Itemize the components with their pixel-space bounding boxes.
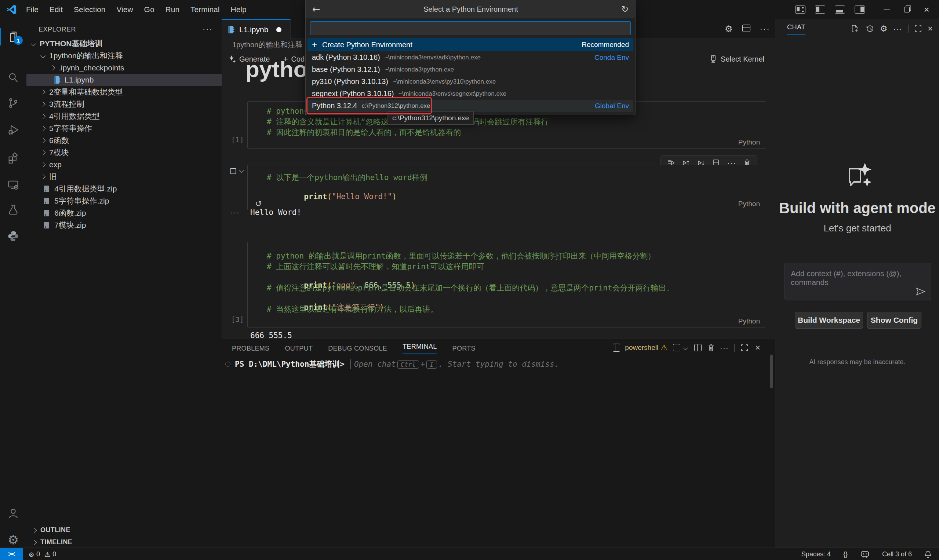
cell-language-label[interactable]: Python [738,200,760,208]
tree-item-old[interactable]: 旧 [26,171,222,183]
quick-pick-item-adk[interactable]: adk (Python 3.10.16) ~\miniconda3\envs\a… [307,51,633,63]
tree-item-folder4[interactable]: 4引用数据类型 [26,110,222,122]
indentation-status[interactable]: Spaces: 4 [802,551,831,558]
restore-button[interactable] [899,2,914,17]
tree-item-folder6[interactable]: 6函数 [26,134,222,146]
menu-view[interactable]: View [111,0,138,19]
copilot-icon[interactable] [860,550,870,558]
tab-problems[interactable]: PROBLEMS [232,345,269,352]
close-window-button[interactable]: × [919,2,934,17]
tree-item-folder5[interactable]: 5字符串操作 [26,122,222,134]
extensions-activity-icon[interactable] [0,147,26,169]
terminal-content[interactable]: PS D:\DML\Python基础培训> Open chatCtrl+I. S… [225,359,559,369]
split-terminal-icon[interactable] [671,342,683,354]
kill-terminal-icon[interactable] [705,342,717,354]
editor-gear-icon[interactable]: ⚙ [725,24,733,34]
cell-checkbox[interactable]: □ [230,166,237,175]
tree-item-zip7[interactable]: 7模块.zip [26,219,222,231]
notifications-bell-icon[interactable] [924,550,932,558]
tree-item-folder1[interactable]: 1python的输出和注释 [26,49,222,62]
source-control-activity-icon[interactable] [0,92,26,114]
notebook-cell-2[interactable]: # 以下是一个python输出的hello word样例 print("Hell… [247,165,766,210]
menu-edit[interactable]: Edit [44,0,68,19]
shell-name[interactable]: powershell [625,344,658,352]
tree-item-zip4[interactable]: 4引用数据类型.zip [26,183,222,195]
tree-item-folder2[interactable]: 2变量和基础数据类型 [26,86,222,98]
explorer-more-actions-icon[interactable]: ··· [202,25,213,34]
back-icon[interactable]: ← [312,4,320,15]
outline-section[interactable]: OUTLINE [26,524,222,536]
terminal-dropdown-icon[interactable] [683,345,688,350]
dirty-indicator-icon[interactable] [276,27,281,32]
panel-more-actions-icon[interactable]: ··· [718,342,731,354]
chat-input[interactable]: Add context (#), extensions (@), command… [785,263,931,300]
tree-item-folder3[interactable]: 3流程控制 [26,98,222,110]
quick-pick-item-base[interactable]: base (Python 3.12.1) ~\miniconda3\python… [307,63,633,75]
cell-position-status[interactable]: Cell 3 of 6 [882,551,912,558]
split-editor-icon[interactable] [742,25,750,33]
breadcrumb-item[interactable]: 1python的输出和注释 [232,40,302,50]
toggle-secondary-sidebar-icon[interactable] [853,2,867,17]
cell-history-icon[interactable]: ↺ [255,199,262,208]
tree-item-zip5[interactable]: 5字符串操作.zip [26,195,222,207]
build-workspace-button[interactable]: Build Workspace [795,312,863,329]
toggle-panel-icon[interactable] [833,2,847,17]
cell-collapse-icon[interactable] [239,168,244,173]
select-kernel-button[interactable]: Select Kernel [710,53,764,65]
terminal-columns-icon[interactable] [692,342,704,354]
accounts-icon[interactable] [0,502,26,525]
warning-icon[interactable]: ⚠ [660,343,668,352]
tab-l1-ipynb[interactable]: L1.ipynb [222,19,291,39]
maximize-panel-icon[interactable] [738,342,751,354]
menu-go[interactable]: Go [139,0,160,19]
menu-file[interactable]: File [20,0,44,19]
quick-pick-item-create[interactable]: + Create Python Environment Recommended [307,38,633,51]
cell-language-label[interactable]: Python [738,138,760,146]
menu-help[interactable]: Help [225,0,252,19]
testing-activity-icon[interactable] [0,199,26,221]
tab-output[interactable]: OUTPUT [285,345,313,352]
chat-maximize-icon[interactable] [914,25,922,32]
quick-pick-input[interactable] [310,21,631,35]
editor-more-actions-icon[interactable]: ··· [760,24,770,34]
language-mode-status[interactable]: {} [843,551,848,558]
tree-item-ipynb-checkpoints[interactable]: .ipynb_checkpoints [26,62,222,74]
refresh-icon[interactable]: ↻ [621,4,629,14]
chat-settings-gear-icon[interactable]: ⚙ [880,24,888,33]
explorer-activity-icon[interactable]: 1 [0,26,26,48]
run-debug-activity-icon[interactable] [0,119,26,141]
close-panel-icon[interactable]: × [751,342,764,354]
new-chat-icon[interactable] [851,24,859,33]
cell-language-label[interactable]: Python [738,317,760,325]
tree-item-root[interactable]: PYTHON基础培训 [26,37,222,49]
python-activity-icon[interactable] [0,225,26,247]
menu-run[interactable]: Run [160,0,185,19]
menu-selection[interactable]: Selection [68,0,111,19]
terminal-scrollbar[interactable] [770,355,773,388]
tree-item-l1-ipynb[interactable]: L1.ipynb [26,74,222,86]
tab-terminal[interactable]: TERMINAL [402,343,437,354]
chat-tab[interactable]: CHAT [787,23,805,35]
problems-status[interactable]: ⊗0 ⚠0 [29,551,56,558]
show-config-button[interactable]: Show Config [867,312,921,329]
tab-ports[interactable]: PORTS [452,345,476,352]
output-more-actions-icon[interactable]: ··· [230,208,240,217]
menu-terminal[interactable]: Terminal [185,0,225,19]
minimize-button[interactable] [880,2,894,17]
remote-explorer-activity-icon[interactable] [0,174,26,196]
breadcrumb[interactable]: 1python的输出和注释 [232,38,311,51]
toggle-primary-sidebar-icon[interactable] [813,2,828,17]
tree-item-zip6[interactable]: 6函数.zip [26,207,222,219]
send-icon[interactable] [916,287,926,296]
remote-indicator[interactable]: >< [0,548,23,560]
notebook-cell-3[interactable]: # python 的输出就是调用print函数，里面可以传递若干个参数，他们会被… [247,242,766,328]
tab-debug-console[interactable]: DEBUG CONSOLE [328,345,387,352]
chat-close-icon[interactable]: × [928,23,933,34]
search-activity-icon[interactable] [0,67,26,89]
chat-more-actions-icon[interactable]: ··· [893,25,902,33]
quick-pick-item-py310[interactable]: py310 (Python 3.10.13) ~\miniconda3\envs… [307,75,633,88]
tree-item-folder7[interactable]: 7模块 [26,146,222,158]
customize-layout-icon[interactable] [793,2,808,17]
timeline-section[interactable]: TIMELINE [26,536,222,548]
tree-item-exp[interactable]: exp [26,158,222,171]
